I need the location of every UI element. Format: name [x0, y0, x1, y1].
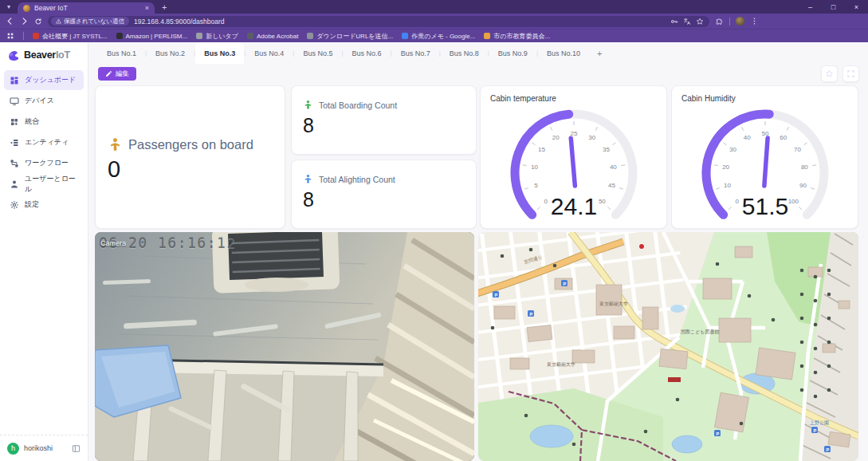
profile-avatar[interactable] [736, 17, 744, 26]
svg-text:80: 80 [800, 164, 807, 171]
forward-icon[interactable] [20, 17, 29, 26]
beaver-logo-icon [7, 49, 21, 61]
sidebar-item-entity[interactable]: エンティティ [4, 132, 84, 152]
security-chip[interactable]: 保護されていない通信 [51, 17, 129, 26]
app-logo[interactable]: BeaverIoT [0, 42, 88, 69]
tree-icon [827, 293, 831, 297]
tree-icon [524, 414, 528, 418]
person-icon [303, 174, 313, 184]
gear-icon [10, 200, 19, 210]
bookmark-star-icon[interactable] [696, 18, 704, 26]
sidebar-item-label: ユーザーとロール [25, 174, 78, 195]
favorite-star-button[interactable] [821, 65, 838, 82]
person-icon [108, 137, 123, 152]
tab-close-icon[interactable]: × [145, 4, 149, 12]
dashboard-tab[interactable]: Bus No.8 [441, 42, 488, 64]
svg-text:30: 30 [729, 146, 736, 153]
address-bar[interactable]: 保護されていない通信 192.168.4.85:9000/dashboard [48, 16, 709, 27]
tab-search-icon[interactable]: ▾ [0, 0, 18, 14]
back-icon[interactable] [6, 17, 14, 26]
bookmark-item[interactable]: 市の市教育委員会... [484, 32, 550, 41]
integration-icon [10, 117, 19, 127]
svg-text:P: P [564, 282, 567, 286]
menu-kebab-icon[interactable] [750, 17, 759, 26]
tree-icon [814, 347, 818, 351]
bookmark-item[interactable]: 新しいタブ [196, 32, 238, 41]
svg-text:0: 0 [735, 198, 739, 205]
app-sidebar: BeaverIoT ダッシュボードデバイス統合エンティティワークフローユーザーと… [0, 42, 88, 461]
warning-icon [56, 18, 61, 24]
tree-icon [676, 398, 680, 402]
bookmark-item[interactable]: 会社概要 | JT SYSTL... [33, 32, 108, 41]
browser-tab[interactable]: Beaver IoT × [18, 2, 155, 14]
svg-text:P: P [827, 447, 830, 452]
dashboard-tab[interactable]: Bus No.10 [538, 42, 589, 64]
svg-text:20: 20 [552, 134, 559, 141]
reload-icon[interactable] [34, 18, 42, 26]
star-icon [825, 69, 834, 78]
tree-icon [814, 395, 818, 399]
map-label: 東京藝術大学 [547, 361, 575, 368]
maximize-button[interactable]: □ [822, 0, 845, 14]
svg-text:25: 25 [570, 130, 577, 137]
sidebar-item-users[interactable]: ユーザーとロール [4, 174, 84, 194]
gauge-value: 24.1 [550, 193, 596, 219]
map-label: 国際こども図書館 [681, 329, 719, 335]
sidebar-item-integration[interactable]: 統合 [4, 112, 84, 132]
svg-text:10: 10 [723, 182, 730, 189]
tree-icon [827, 341, 831, 345]
person-icon [303, 100, 313, 110]
bookmark-favicon-icon [247, 33, 253, 39]
sidebar-item-gear[interactable]: 設定 [4, 195, 84, 215]
sidebar-user-row[interactable]: h horikoshi [0, 435, 88, 461]
bookmarks-list: 会社概要 | JT SYSTL...Amazon | PERLISM...新しい… [33, 32, 550, 41]
card-title: Total Boarding Count [319, 100, 397, 110]
translate-icon[interactable] [683, 18, 691, 26]
minimize-button[interactable]: – [799, 0, 822, 14]
dashboard-tab[interactable]: Bus No.2 [147, 42, 194, 64]
bookmark-item[interactable]: Amazon | PERLISM... [116, 32, 188, 41]
map-widget[interactable]: P P P P P P 言問通り東京藝術大学東京藝術大学国際こども図書館上野公園 [478, 232, 858, 461]
bookmark-item[interactable]: 作業のメモ - Google... [402, 32, 475, 41]
dashboard-tab[interactable]: Bus No.3 [195, 42, 244, 64]
tree-icon [800, 388, 804, 392]
sidebar-item-label: デバイス [25, 96, 54, 106]
sidebar-item-devices[interactable]: デバイス [4, 91, 84, 111]
apps-grid-icon[interactable] [6, 32, 14, 40]
password-key-icon[interactable] [670, 18, 678, 26]
svg-text:100: 100 [787, 198, 799, 205]
pencil-icon [105, 70, 112, 77]
tree-icon [800, 269, 804, 273]
svg-text:60: 60 [780, 134, 787, 141]
logo-text: BeaverIoT [24, 49, 70, 61]
url-text: 192.168.4.85:9000/dashboard [134, 18, 666, 26]
dashboard-tab[interactable]: Bus No.6 [344, 42, 391, 64]
passengers-on-board-card: Passengers on board 0 [95, 85, 285, 229]
sidebar-collapse-icon[interactable] [72, 444, 81, 453]
user-name: horikoshi [24, 444, 67, 452]
sidebar-item-dashboard[interactable]: ダッシュボード [4, 70, 84, 90]
fullscreen-button[interactable] [842, 65, 859, 82]
sidebar-item-label: ダッシュボード [25, 75, 76, 85]
dashboard-tab[interactable]: Bus No.4 [245, 42, 293, 64]
new-tab-button[interactable]: + [162, 2, 167, 12]
close-button[interactable]: × [845, 0, 868, 14]
bookmark-item[interactable]: Adobe Acrobat [247, 32, 298, 41]
devices-icon [10, 97, 19, 106]
bookmark-item[interactable]: ダウンロードURLを送信... [307, 32, 393, 41]
gauge-chart: 0510152025303540455024.1 [486, 100, 662, 221]
bookmark-label: 市の市教育委員会... [493, 32, 550, 41]
sidebar-nav: ダッシュボードデバイス統合エンティティワークフローユーザーとロール設定 [0, 70, 88, 215]
edit-button[interactable]: 編集 [98, 67, 136, 81]
extensions-puzzle-icon[interactable] [715, 17, 724, 26]
tree-icon [827, 317, 831, 321]
dashboard-tab[interactable]: Bus No.9 [489, 42, 536, 64]
map-label: 上野公園 [809, 420, 829, 426]
bookmark-label: ダウンロードURLを送信... [316, 32, 393, 41]
tree-icon [800, 364, 804, 368]
dashboard-tab[interactable]: Bus No.1 [98, 42, 145, 64]
dashboard-tab[interactable]: Bus No.5 [294, 42, 341, 64]
add-dashboard-tab-button[interactable]: + [589, 42, 610, 64]
sidebar-item-workflow[interactable]: ワークフロー [4, 153, 84, 173]
dashboard-tab[interactable]: Bus No.7 [392, 42, 439, 64]
